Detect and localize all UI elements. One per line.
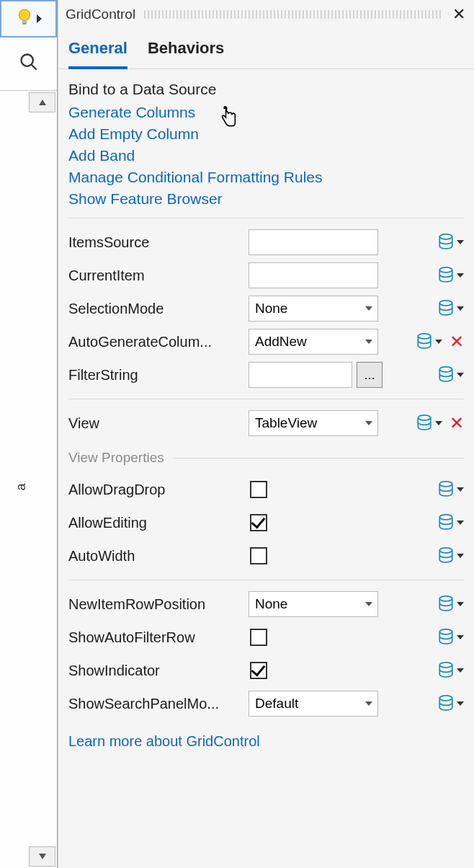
search-icon xyxy=(19,52,39,76)
learn-more-link[interactable]: Learn more about GridControl xyxy=(68,733,260,750)
binding-icon[interactable] xyxy=(438,514,464,531)
prop-allow-drag-drop: AllowDragDrop xyxy=(68,473,464,506)
tab-general[interactable]: General xyxy=(68,39,128,69)
prop-label: SelectionMode xyxy=(68,301,244,317)
divider xyxy=(68,399,464,399)
selection-mode-select[interactable] xyxy=(249,296,378,322)
prop-filter-string: FilterString ... xyxy=(68,358,464,391)
prop-auto-generate-columns: AutoGenerateColum... ✕ xyxy=(68,325,464,358)
binding-icon[interactable] xyxy=(438,366,464,384)
prop-view: View ✕ xyxy=(68,407,464,440)
panel-grip[interactable] xyxy=(144,10,442,19)
svg-point-15 xyxy=(439,548,452,553)
designer-left-rail: a xyxy=(0,0,58,868)
side-track: a xyxy=(0,112,57,846)
binding-icon[interactable] xyxy=(438,695,464,712)
binding-icon[interactable] xyxy=(438,662,464,679)
search-button[interactable] xyxy=(0,37,57,91)
svg-point-13 xyxy=(439,482,452,487)
scroll-up-button[interactable] xyxy=(29,92,55,112)
binding-icon[interactable] xyxy=(438,300,464,317)
panel-titlebar: GridControl ✕ xyxy=(58,0,474,29)
prop-label: AllowDragDrop xyxy=(68,482,244,498)
binding-icon[interactable] xyxy=(438,481,464,498)
prop-new-item-row-position: NewItemRowPosition xyxy=(68,588,464,621)
prop-label: View xyxy=(68,415,244,432)
scroll-down-button[interactable] xyxy=(29,846,55,867)
allow-editing-checkbox[interactable] xyxy=(250,514,267,531)
prop-label: AutoGenerateColum... xyxy=(68,334,244,350)
prop-label: ShowSearchPanelMo... xyxy=(68,696,244,712)
svg-point-10 xyxy=(418,334,430,339)
new-item-row-position-select[interactable] xyxy=(249,591,378,617)
reset-icon[interactable]: ✕ xyxy=(450,415,464,432)
svg-point-18 xyxy=(439,663,452,668)
svg-rect-1 xyxy=(22,19,27,22)
prop-label: AllowEditing xyxy=(68,515,244,531)
svg-point-14 xyxy=(439,515,452,520)
show-indicator-checkbox[interactable] xyxy=(250,662,267,679)
svg-point-11 xyxy=(439,367,452,372)
svg-line-4 xyxy=(31,65,36,70)
svg-marker-6 xyxy=(39,854,46,859)
view-properties-heading: View Properties xyxy=(68,450,464,466)
reset-icon[interactable]: ✕ xyxy=(450,333,464,350)
action-add-empty-column[interactable]: Add Empty Column xyxy=(68,125,464,143)
show-search-panel-mode-select[interactable] xyxy=(249,691,378,717)
binding-icon[interactable] xyxy=(438,547,464,564)
divider xyxy=(68,580,464,580)
bind-data-source-heading: Bind to a Data Source xyxy=(68,81,464,98)
quick-actions-list: Bind to a Data Source Generate Columns A… xyxy=(68,81,464,208)
svg-point-12 xyxy=(418,415,430,420)
prop-label: ShowIndicator xyxy=(68,663,244,679)
panel-title: GridControl xyxy=(66,6,135,22)
svg-marker-5 xyxy=(39,99,46,105)
prop-items-source: ItemsSource xyxy=(68,226,464,259)
auto-generate-columns-select[interactable] xyxy=(249,329,378,355)
close-icon[interactable]: ✕ xyxy=(451,5,467,24)
svg-point-8 xyxy=(439,267,452,273)
binding-icon[interactable] xyxy=(416,415,442,432)
binding-icon[interactable] xyxy=(438,234,464,251)
filter-string-input[interactable] xyxy=(249,362,352,388)
tab-behaviors[interactable]: Behaviors xyxy=(148,39,224,68)
prop-show-indicator: ShowIndicator xyxy=(68,654,464,687)
action-generate-columns[interactable]: Generate Columns xyxy=(68,104,464,121)
binding-icon[interactable] xyxy=(438,629,464,646)
prop-label: NewItemRowPosition xyxy=(68,596,244,613)
prop-label: ShowAutoFilterRow xyxy=(68,629,244,646)
action-add-band[interactable]: Add Band xyxy=(68,147,464,164)
prop-show-search-panel-mode: ShowSearchPanelMo... xyxy=(68,687,464,720)
svg-rect-2 xyxy=(22,22,26,24)
items-source-input[interactable] xyxy=(249,229,378,255)
expand-arrow-icon xyxy=(37,14,42,23)
tab-strip: General Behaviors xyxy=(58,29,474,69)
svg-point-16 xyxy=(439,596,452,601)
action-manage-cond-formatting[interactable]: Manage Conditional Formatting Rules xyxy=(68,169,464,186)
prop-auto-width: AutoWidth xyxy=(68,539,464,572)
svg-point-17 xyxy=(439,629,452,634)
show-auto-filter-row-checkbox[interactable] xyxy=(250,629,267,646)
allow-drag-drop-checkbox[interactable] xyxy=(250,481,267,498)
binding-icon[interactable] xyxy=(438,267,464,284)
side-link-icon: a xyxy=(14,483,29,490)
prop-show-auto-filter-row: ShowAutoFilterRow xyxy=(68,621,464,654)
lightbulb-icon xyxy=(15,8,34,30)
filter-string-ellipsis-button[interactable]: ... xyxy=(357,362,383,388)
current-item-input[interactable] xyxy=(249,262,378,288)
prop-current-item: CurrentItem xyxy=(68,259,464,292)
svg-point-7 xyxy=(439,234,452,239)
smart-tag-button[interactable] xyxy=(0,0,57,37)
prop-allow-editing: AllowEditing xyxy=(68,506,464,539)
auto-width-checkbox[interactable] xyxy=(250,547,267,564)
prop-label: ItemsSource xyxy=(68,234,244,251)
binding-icon[interactable] xyxy=(438,595,464,613)
view-select[interactable] xyxy=(249,410,378,436)
svg-point-9 xyxy=(439,301,452,306)
binding-icon[interactable] xyxy=(416,333,442,350)
svg-point-19 xyxy=(439,696,452,701)
divider xyxy=(68,218,464,218)
svg-point-0 xyxy=(19,9,30,20)
action-show-feature-browser[interactable]: Show Feature Browser xyxy=(68,190,464,208)
svg-point-3 xyxy=(21,55,32,66)
